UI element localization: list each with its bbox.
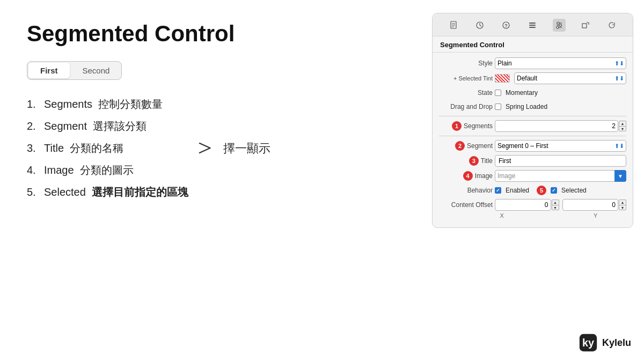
list-number: 1. bbox=[27, 98, 44, 110]
list-label: Image 分類的圖示 bbox=[44, 163, 134, 178]
image-badge: 4 bbox=[463, 171, 473, 181]
segments-field-wrap: ▲ ▼ bbox=[495, 120, 626, 132]
offset-y-input[interactable] bbox=[562, 199, 619, 211]
drag-drop-label: Drag and Drop bbox=[439, 103, 493, 110]
segment-select-wrap[interactable]: Segment 0 – First ⬆⬇ bbox=[495, 140, 626, 152]
segments-content: ▲ ▼ bbox=[495, 120, 626, 132]
style-label: Style bbox=[439, 60, 493, 67]
svg-text:?: ? bbox=[504, 23, 508, 28]
kylelu-logo-icon: ky bbox=[579, 333, 598, 352]
content-offset-content: ▲ ▼ ▲ ▼ bbox=[495, 199, 626, 211]
segment-first-button[interactable]: First bbox=[28, 63, 70, 78]
divider1 bbox=[439, 116, 626, 116]
offset-y-wrap: ▲ ▼ bbox=[562, 199, 627, 211]
segments-input[interactable] bbox=[495, 120, 618, 132]
list-label: Selected 選擇目前指定的區塊 bbox=[44, 185, 188, 200]
list-number: 3. bbox=[27, 142, 44, 154]
title-input[interactable] bbox=[495, 155, 626, 167]
list-label: Title 分類的名稱 bbox=[44, 141, 123, 156]
svg-line-6 bbox=[480, 25, 481, 26]
clock-icon[interactable] bbox=[473, 19, 486, 32]
divider2 bbox=[439, 136, 626, 136]
sliders-icon[interactable] bbox=[553, 19, 566, 32]
tint-select-wrap[interactable]: Default ⬆⬇ bbox=[514, 72, 626, 84]
segment-row-label: 2 Segment bbox=[439, 141, 493, 151]
offset-x-input[interactable] bbox=[495, 199, 551, 211]
list-item: 5. Selected 選擇目前指定的區塊 bbox=[27, 185, 394, 200]
behavior-content: Enabled 5 Selected bbox=[495, 186, 626, 195]
tint-swatch[interactable] bbox=[495, 74, 510, 83]
feature-list: 1. Segments 控制分類數量 2. Segment 選擇該分類 3. T… bbox=[27, 97, 394, 200]
question-icon[interactable]: ? bbox=[500, 19, 513, 32]
list-number: 5. bbox=[27, 186, 44, 198]
segments-stepper: ▲ ▼ bbox=[619, 121, 626, 131]
title-row: 3 Title bbox=[433, 153, 633, 168]
svg-point-17 bbox=[557, 26, 559, 28]
annotation-text: 擇一顯示 bbox=[223, 141, 270, 157]
svg-point-15 bbox=[559, 24, 561, 26]
segments-stepper-down[interactable]: ▼ bbox=[619, 126, 626, 131]
svg-rect-10 bbox=[529, 25, 536, 26]
arrow-icon bbox=[199, 141, 218, 156]
spring-loaded-label: Spring Loaded bbox=[506, 103, 547, 110]
title-content bbox=[495, 155, 626, 167]
spring-loaded-checkbox[interactable] bbox=[495, 104, 501, 110]
segments-row: 1 Segments ▲ ▼ bbox=[433, 119, 633, 134]
enabled-checkbox[interactable] bbox=[495, 187, 501, 194]
image-row-label: 4 Image bbox=[439, 171, 493, 181]
tint-select[interactable]: Default bbox=[514, 72, 626, 84]
offset-x-down[interactable]: ▼ bbox=[552, 205, 559, 210]
title-row-label: 3 Title bbox=[439, 156, 493, 166]
list-item: 1. Segments 控制分類數量 bbox=[27, 97, 394, 112]
inspector-title: Segmented Control bbox=[433, 36, 633, 53]
behavior-row: Behavior Enabled 5 Selected bbox=[433, 183, 633, 197]
selected-tint-content: Default ⬆⬇ bbox=[495, 72, 626, 84]
style-content: Plain ⬆⬇ bbox=[495, 57, 626, 69]
segments-stepper-up[interactable]: ▲ bbox=[619, 121, 626, 126]
image-content: Image ▼ bbox=[495, 170, 626, 182]
segment-second-button[interactable]: Second bbox=[71, 62, 122, 79]
drag-drop-content: Spring Loaded bbox=[495, 103, 626, 110]
title-badge: 3 bbox=[469, 156, 479, 166]
enabled-label: Enabled bbox=[506, 187, 529, 194]
left-panel: Segmented Control First Second 1. Segmen… bbox=[0, 0, 421, 362]
momentary-checkbox[interactable] bbox=[495, 90, 501, 96]
refresh-icon[interactable] bbox=[605, 19, 618, 32]
selected-checkbox[interactable] bbox=[551, 187, 557, 194]
right-panel: ? Segmented Control bbox=[421, 0, 644, 362]
file-icon[interactable] bbox=[447, 19, 460, 32]
inspector-toolbar: ? bbox=[433, 13, 633, 36]
list-number: 2. bbox=[27, 120, 44, 132]
segment-select[interactable]: Segment 0 – First bbox=[495, 140, 626, 152]
selected-badge: 5 bbox=[537, 186, 546, 195]
logo-text: Kylelu bbox=[602, 337, 631, 349]
state-label: State bbox=[439, 89, 493, 97]
y-label: Y bbox=[533, 212, 627, 219]
image-select-wrap[interactable]: Image ▼ bbox=[495, 170, 626, 182]
offset-y-stepper: ▲ ▼ bbox=[619, 200, 626, 210]
inspector-panel: ? Segmented Control bbox=[432, 13, 633, 228]
style-row: Style Plain ⬆⬇ bbox=[433, 56, 633, 71]
style-select-wrap[interactable]: Plain ⬆⬇ bbox=[495, 57, 626, 69]
segment-content: Segment 0 – First ⬆⬇ bbox=[495, 140, 626, 152]
image-row: 4 Image Image ▼ bbox=[433, 168, 633, 183]
segmented-control-widget[interactable]: First Second bbox=[27, 61, 122, 80]
list-icon[interactable] bbox=[526, 19, 539, 32]
selected-label: Selected bbox=[561, 187, 587, 194]
content-offset-row: Content Offset ▲ ▼ ▲ bbox=[433, 197, 633, 212]
list-number: 4. bbox=[27, 164, 44, 176]
style-select[interactable]: Plain bbox=[495, 57, 626, 69]
shape-icon[interactable] bbox=[579, 19, 592, 32]
arrow-annotation: 擇一顯示 bbox=[199, 141, 270, 157]
selected-tint-row: + Selected Tint Default ⬆⬇ bbox=[433, 71, 633, 86]
offset-x-stepper: ▲ ▼ bbox=[552, 200, 559, 210]
offset-y-up[interactable]: ▲ bbox=[619, 200, 626, 205]
list-item: 2. Segment 選擇該分類 bbox=[27, 119, 394, 134]
segments-badge: 1 bbox=[452, 121, 462, 131]
image-select[interactable]: Image bbox=[495, 170, 626, 182]
state-row: State Momentary bbox=[433, 86, 633, 100]
offset-x-up[interactable]: ▲ bbox=[552, 200, 559, 205]
list-item: 3. Title 分類的名稱 擇一顯示 bbox=[27, 141, 394, 156]
svg-rect-9 bbox=[529, 23, 536, 24]
offset-y-down[interactable]: ▼ bbox=[619, 205, 626, 210]
